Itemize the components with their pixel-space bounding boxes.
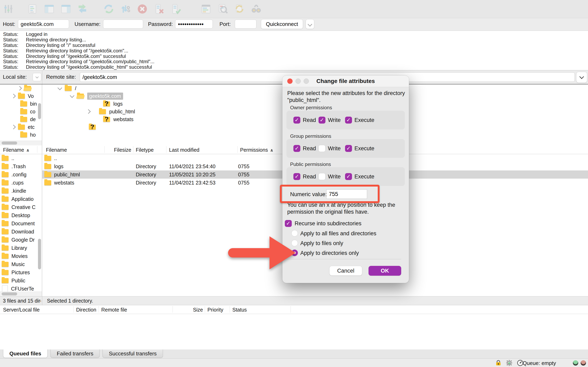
host-input[interactable] [18, 20, 69, 29]
remote-tree-toggle-icon[interactable] [60, 3, 72, 15]
local-tree-item[interactable]: de [0, 115, 42, 123]
local-file-row[interactable]: Desktop [0, 211, 42, 219]
owner-write-checkbox[interactable]: ✓ [319, 117, 325, 124]
horizontal-scrollbar[interactable] [0, 141, 42, 145]
local-file-row[interactable]: .. [0, 154, 42, 162]
tree-label: ho [30, 132, 36, 138]
site-manager-icon[interactable] [2, 3, 14, 15]
public-read-checkbox[interactable]: ✓ [293, 173, 300, 180]
column-divider[interactable] [104, 146, 104, 153]
local-file-row[interactable]: .config [0, 170, 42, 179]
local-file-row[interactable]: Library [0, 244, 42, 252]
column-header-server-local-file[interactable]: Server/Local file [3, 307, 40, 313]
column-divider[interactable] [237, 146, 238, 153]
group-write-checkbox[interactable] [319, 145, 325, 152]
horizontal-scrollbar-thumb[interactable] [2, 142, 17, 145]
local-tree-toggle-icon[interactable] [43, 3, 55, 15]
password-input[interactable] [175, 20, 213, 29]
column-divider[interactable] [37, 146, 37, 153]
column-header-size[interactable]: Size [175, 307, 203, 313]
column-header-priority[interactable]: Priority [208, 307, 223, 313]
sort-ascending-icon: ∧ [270, 148, 273, 152]
local-file-row[interactable]: Music [0, 260, 42, 268]
local-list-header[interactable]: Filename∧ [0, 145, 42, 154]
horizontal-scrollbar-thumb[interactable] [2, 292, 17, 295]
local-file-row[interactable]: Document [0, 219, 42, 227]
column-header-status[interactable]: Status [232, 307, 247, 313]
tab-successful-transfers[interactable]: Successful transfers [103, 350, 163, 358]
tab-failed-transfers[interactable]: Failed transfers [51, 350, 100, 358]
vertical-scrollbar-thumb[interactable] [38, 103, 41, 119]
public-execute-checkbox[interactable]: ✓ [345, 173, 352, 180]
local-file-row[interactable]: Public [0, 276, 42, 285]
horizontal-scrollbar[interactable] [0, 292, 42, 296]
local-file-row[interactable]: Applicatio [0, 195, 42, 203]
local-tree-item[interactable] [0, 84, 42, 92]
recurse-checkbox[interactable]: ✓ [285, 220, 292, 227]
process-queue-icon[interactable] [120, 3, 131, 15]
column-divider[interactable] [99, 306, 99, 313]
remote-site-dropdown-button[interactable] [576, 72, 587, 83]
column-divider[interactable] [291, 306, 291, 313]
ok-button[interactable]: OK [369, 266, 401, 276]
column-divider[interactable] [73, 306, 74, 313]
local-tree-item[interactable]: bin [0, 100, 42, 108]
owner-execute-checkbox[interactable]: ✓ [345, 117, 352, 124]
local-file-row[interactable]: Creative C [0, 203, 42, 211]
local-tree-item[interactable]: etc [0, 123, 42, 131]
local-tree-item[interactable]: Vo [0, 92, 42, 100]
local-file-row[interactable]: .cups [0, 179, 42, 187]
local-tree-item[interactable]: co [0, 108, 42, 115]
local-file-row[interactable]: .kindle [0, 187, 42, 195]
public-write-checkbox[interactable] [319, 173, 325, 180]
local-file-row[interactable]: Movies [0, 252, 42, 260]
synchronized-browsing-icon[interactable] [233, 3, 245, 15]
refresh-icon[interactable] [103, 3, 115, 15]
column-divider[interactable] [166, 146, 166, 153]
tab-queued-files[interactable]: Queued files [3, 350, 48, 358]
column-divider[interactable] [230, 306, 230, 313]
cancel-icon[interactable] [136, 3, 148, 15]
column-header-filename[interactable]: Filename [46, 147, 67, 153]
column-divider[interactable] [205, 306, 205, 313]
lock-icon[interactable] [495, 360, 502, 366]
local-file-row[interactable]: Google Dr [0, 236, 42, 244]
transfer-queue-toggle-icon[interactable] [77, 3, 89, 15]
local-tree-item[interactable]: ho [0, 131, 42, 139]
column-header-filesize[interactable]: Filesize [110, 147, 131, 153]
username-input[interactable] [103, 20, 143, 29]
column-divider[interactable] [173, 306, 173, 313]
local-site-combo[interactable] [33, 73, 41, 81]
vertical-scrollbar-thumb[interactable] [38, 239, 41, 269]
column-header-remote-file[interactable]: Remote file [101, 307, 127, 313]
filter-icon[interactable] [250, 3, 262, 15]
group-execute-checkbox[interactable]: ✓ [345, 145, 352, 152]
column-header-last-modified[interactable]: Last modified [169, 147, 199, 153]
dialog-titlebar[interactable]: Change file attributes [282, 75, 409, 87]
column-header-filename[interactable]: Filename∧ [3, 147, 30, 153]
find-files-icon[interactable] [217, 3, 229, 15]
filetype-settings-gear-icon[interactable]: A [506, 360, 512, 366]
local-file-row[interactable]: Download [0, 227, 42, 236]
column-divider[interactable] [133, 146, 133, 153]
disconnect-icon[interactable] [153, 3, 165, 15]
group-read-checkbox[interactable]: ✓ [293, 145, 300, 152]
port-input[interactable] [235, 20, 256, 29]
folder-question-icon: ? [89, 125, 96, 130]
column-header-filetype[interactable]: Filetype [136, 147, 154, 153]
reconnect-icon[interactable] [170, 3, 182, 15]
log-line: Status:Directory listing of "/" successf… [0, 43, 588, 48]
quickconnect-dropdown-button[interactable] [306, 19, 314, 29]
column-header-permissions[interactable]: Permissions∧ [240, 147, 273, 153]
local-file-row[interactable]: .Trash [0, 162, 42, 170]
directory-comparison-icon[interactable] [200, 3, 212, 15]
local-file-row[interactable]: Pictures [0, 268, 42, 276]
folder-icon [2, 188, 9, 193]
quickconnect-button[interactable]: Quickconnect [261, 19, 303, 29]
owner-read-checkbox[interactable]: ✓ [293, 117, 300, 124]
column-header-direction[interactable]: Direction [76, 307, 96, 313]
queue-header[interactable]: Server/Local file Direction Remote file … [0, 305, 588, 314]
message-log-icon[interactable] [26, 3, 38, 15]
log-label: Status: [0, 53, 26, 59]
cancel-button[interactable]: Cancel [329, 266, 362, 276]
